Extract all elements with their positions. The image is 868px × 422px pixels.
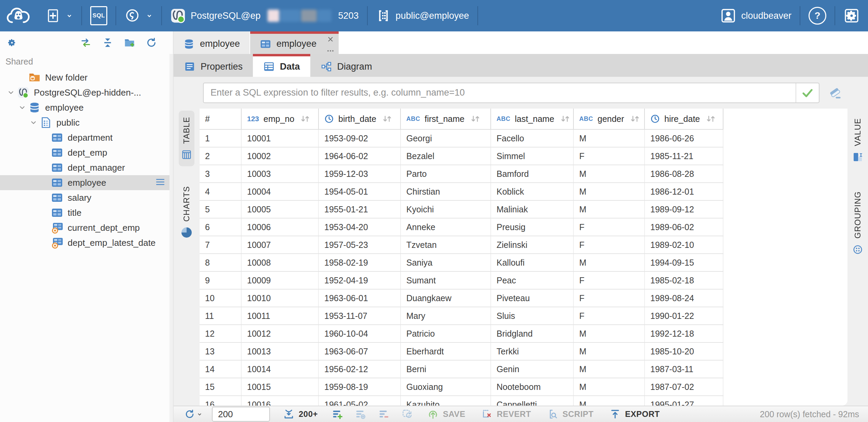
row-number-cell[interactable]: 11 (200, 307, 241, 325)
data-cell[interactable]: F (573, 236, 645, 254)
data-cell[interactable]: F (573, 147, 645, 165)
data-cell[interactable]: 1992-12-18 (645, 325, 723, 342)
row-number-cell[interactable]: 13 (200, 342, 241, 360)
tab-employee-database[interactable]: employee (174, 31, 249, 54)
data-cell[interactable]: Anneke (401, 218, 491, 236)
data-cell[interactable]: 1959-12-03 (318, 165, 401, 183)
data-cell[interactable]: 1953-04-20 (318, 218, 401, 236)
settings-button[interactable] (835, 0, 868, 31)
table-row[interactable]: 1100011953-09-02GeorgiFacelloM1986-06-26 (200, 129, 723, 147)
tree-item-current-dept-emp[interactable]: current_dept_emp (0, 220, 173, 235)
row-menu-icon[interactable] (155, 178, 165, 188)
sort-icon[interactable] (560, 114, 570, 123)
table-row[interactable]: 5100051955-01-21KyoichiMaliniakM1989-09-… (200, 200, 723, 218)
sort-icon[interactable] (300, 114, 310, 123)
data-cell[interactable]: M (573, 200, 645, 218)
data-cell[interactable]: 1963-06-01 (318, 289, 401, 307)
row-number-cell[interactable]: 3 (200, 165, 241, 183)
tab-employee-table[interactable]: employee (250, 31, 339, 54)
tree-item-dept-emp[interactable]: dept_emp (0, 145, 173, 160)
data-cell[interactable]: Bezalel (401, 147, 491, 165)
chevron-down-icon[interactable] (196, 411, 203, 418)
row-number-cell[interactable]: 9 (200, 271, 241, 289)
data-cell[interactable]: Facello (491, 129, 573, 147)
gear-icon[interactable] (6, 37, 18, 48)
data-cell[interactable]: M (573, 129, 645, 147)
data-cell[interactable]: M (573, 325, 645, 342)
data-cell[interactable]: M (573, 183, 645, 200)
tab-grouping-panel[interactable]: GROUPING (850, 185, 866, 261)
table-row[interactable]: 11100111953-11-07MarySluisF1990-01-22 (200, 307, 723, 325)
new-connection-button[interactable] (37, 0, 81, 31)
data-cell[interactable]: 1985-02-18 (645, 271, 723, 289)
row-number-cell[interactable]: 15 (200, 378, 241, 396)
column-header-gender[interactable]: ABCgender (573, 109, 645, 129)
data-cell[interactable]: 10005 (241, 200, 318, 218)
data-cell[interactable]: Zielinski (491, 236, 573, 254)
chevron-down-icon[interactable] (5, 88, 17, 97)
tab-more-icon[interactable] (326, 49, 335, 53)
table-row[interactable]: 10100101963-06-01DuangkaewPiveteauF1989-… (200, 289, 723, 307)
data-cell[interactable]: Sumant (401, 271, 491, 289)
table-row[interactable]: 13100131963-06-07EberhardtTerkkiM1985-10… (200, 342, 723, 360)
data-cell[interactable]: Patricio (401, 325, 491, 342)
refresh-cell-icon[interactable] (401, 408, 413, 420)
row-number-cell[interactable]: 8 (200, 254, 241, 271)
user-menu[interactable]: cloudbeaver (712, 0, 800, 31)
data-cell[interactable]: 1994-09-15 (645, 254, 723, 271)
data-cell[interactable]: F (573, 218, 645, 236)
row-number-cell[interactable]: 1 (200, 129, 241, 147)
row-number-cell[interactable]: 2 (200, 147, 241, 165)
tab-charts-presentation[interactable]: CHARTS (179, 180, 194, 243)
data-cell[interactable]: Bamford (491, 165, 573, 183)
table-row[interactable]: 8100081958-02-19SaniyaKalloufiM1994-09-1… (200, 254, 723, 271)
data-cell[interactable]: Kazuhito (401, 396, 491, 406)
data-cell[interactable]: 10004 (241, 183, 318, 200)
tree-item-salary[interactable]: salary (0, 190, 173, 205)
data-cell[interactable]: 1990-01-22 (645, 307, 723, 325)
save-button[interactable]: SAVE (427, 408, 465, 420)
data-cell[interactable]: Kalloufi (491, 254, 573, 271)
row-number-cell[interactable]: 6 (200, 218, 241, 236)
data-cell[interactable]: 10009 (241, 271, 318, 289)
collapse-all-icon[interactable] (102, 37, 113, 48)
data-cell[interactable]: 10013 (241, 342, 318, 360)
data-cell[interactable]: Guoxiang (401, 378, 491, 396)
data-cell[interactable]: M (573, 378, 645, 396)
tree-item-title[interactable]: title (0, 205, 173, 220)
data-cell[interactable]: M (573, 360, 645, 378)
sidebar-scrollbar[interactable] (169, 54, 173, 422)
data-cell[interactable]: Sluis (491, 307, 573, 325)
table-row[interactable]: 2100021964-06-02BezalelSimmelF1985-11-21 (200, 147, 723, 165)
chevron-down-icon[interactable] (16, 103, 28, 112)
data-cell[interactable]: M (573, 254, 645, 271)
new-folder-icon[interactable] (124, 37, 135, 48)
data-cell[interactable]: F (573, 307, 645, 325)
help-button[interactable]: ? (800, 0, 835, 31)
data-cell[interactable]: 1958-02-19 (318, 254, 401, 271)
data-cell[interactable]: 10011 (241, 307, 318, 325)
tree-item-department[interactable]: department (0, 130, 173, 145)
data-cell[interactable]: 10007 (241, 236, 318, 254)
data-cell[interactable]: Duangkaew (401, 289, 491, 307)
tree-item-dept-emp-latest-date[interactable]: dept_emp_latest_date (0, 235, 173, 250)
data-cell[interactable]: 1960-10-04 (318, 325, 401, 342)
data-cell[interactable]: 1956-02-12 (318, 360, 401, 378)
column-header-[interactable]: # (200, 109, 241, 129)
tools-menu-button[interactable] (116, 0, 161, 31)
data-cell[interactable]: Nooteboom (491, 378, 573, 396)
data-cell[interactable]: 1987-07-02 (645, 378, 723, 396)
add-row-icon[interactable] (331, 408, 343, 420)
data-cell[interactable]: F (573, 271, 645, 289)
table-row[interactable]: 12100121960-10-04PatricioBridglandM1992-… (200, 325, 723, 342)
data-cell[interactable]: Eberhardt (401, 342, 491, 360)
schema-selector[interactable]: public@employee (368, 0, 477, 31)
tree-item-postgresql-ep-hidden[interactable]: PostgreSQL@ep-hidden-... (0, 85, 173, 100)
data-cell[interactable]: Georgi (401, 129, 491, 147)
connection-selector[interactable]: PostgreSQL@ep 5203 (162, 0, 367, 31)
row-number-cell[interactable]: 14 (200, 360, 241, 378)
data-cell[interactable]: M (573, 396, 645, 406)
tree-item-dept-manager[interactable]: dept_manager (0, 160, 173, 175)
data-cell[interactable]: 1959-08-19 (318, 378, 401, 396)
row-number-cell[interactable]: 10 (200, 289, 241, 307)
